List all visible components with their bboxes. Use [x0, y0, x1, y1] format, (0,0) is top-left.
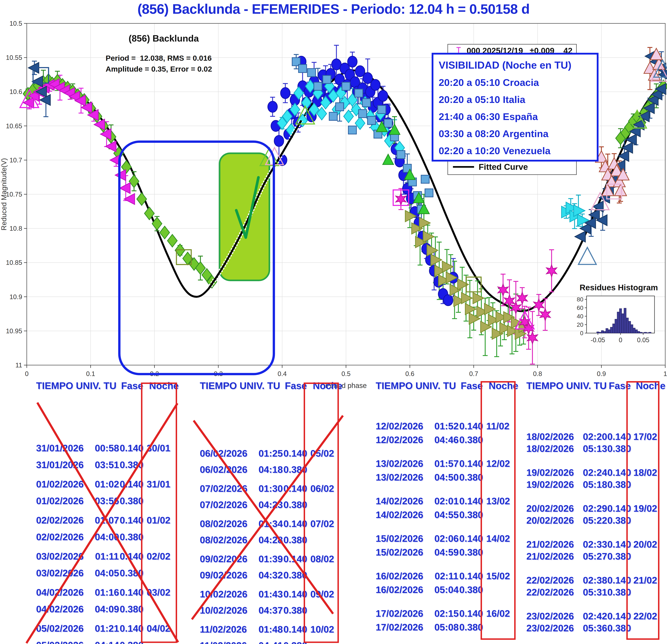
cell-date: 23/02/2026: [526, 623, 583, 633]
cell-date: 18/02/2026: [526, 431, 583, 442]
cell-noche: [629, 479, 664, 490]
cell-date: 05/02/2026: [36, 623, 94, 634]
table-row: 09/02/202601:390.14008/02: [200, 554, 344, 564]
cell-fase: 0.140: [283, 624, 305, 635]
col-header-noche: Noche: [630, 380, 665, 391]
cell-date: 01/02/2026: [36, 495, 94, 506]
cell-fase: 0.380: [607, 623, 629, 633]
cell-time: 04:50: [434, 472, 459, 483]
cell-noche: [142, 531, 181, 542]
col-header-noche: Noche: [307, 380, 342, 391]
cell-noche: 21/02: [629, 575, 664, 585]
cell-time: 05:22: [583, 515, 607, 526]
cell-fase: 0.140: [459, 608, 481, 619]
table-row: 07/02/202601:300.14006/02: [200, 483, 344, 494]
cell-noche: 02/02: [142, 551, 181, 562]
cell-date: 23/02/2026: [526, 611, 583, 622]
cell-date: 04/02/2026: [36, 604, 94, 614]
cell-fase: 0.380: [607, 551, 629, 562]
cell-fase: 0.140: [607, 431, 629, 442]
cell-fase: 0.140: [283, 448, 305, 459]
cell-fase: 0.380: [283, 464, 305, 475]
cell-fase: 0.140: [607, 467, 629, 478]
cell-noche: 13/02: [481, 495, 520, 507]
cell-date: 10/02/2026: [200, 589, 258, 599]
cell-time: 04:37: [258, 605, 283, 616]
table-row: 22/02/202602:380.14021/02: [526, 575, 664, 585]
cell-noche: [305, 499, 344, 510]
col-header-fase: Fase: [461, 380, 483, 391]
cell-date: 12/02/2026: [376, 420, 434, 431]
cell-time: 02:11: [434, 571, 459, 581]
cell-time: 04:14: [94, 640, 120, 644]
table-row: 21/02/202605:270.380: [526, 551, 664, 562]
col-header-fase: Fase: [609, 380, 630, 391]
cell-date: 17/02/2026: [376, 608, 434, 619]
cell-fase: 0.380: [459, 584, 481, 595]
cell-time: 01:25: [258, 448, 283, 459]
cell-fase: 0.140: [607, 539, 629, 550]
cell-date: 16/02/2026: [376, 571, 434, 581]
table-row: 20/02/202605:220.380: [526, 515, 664, 526]
cell-fase: 0.380: [283, 605, 305, 616]
cell-date: 04/02/2026: [36, 587, 94, 598]
cell-date: 02/02/2026: [36, 515, 94, 526]
cell-time: 01:43: [258, 589, 283, 599]
cell-date: 10/02/2026: [200, 605, 258, 616]
cell-fase: 0.140: [459, 495, 481, 507]
cell-date: 07/02/2026: [200, 483, 258, 494]
cell-fase: 0.380: [607, 479, 629, 490]
cell-fase: 0.140: [459, 571, 481, 581]
cell-noche: 05/02: [305, 448, 344, 459]
table-row: 03/02/202601:110.14002/02: [36, 551, 181, 562]
cell-noche: [481, 434, 520, 445]
table-row: 31/01/202600:580.14030/01: [36, 443, 181, 453]
cell-noche: [142, 604, 181, 614]
cell-time: 01:21: [94, 623, 120, 634]
cell-noche: 09/02: [305, 589, 344, 599]
table-row: 13/02/202604:500.380: [376, 472, 520, 483]
col-header-noche: Noche: [483, 380, 518, 391]
cell-fase: 0.380: [459, 622, 481, 632]
cell-noche: 03/02: [142, 587, 181, 598]
cell-time: 02:24: [583, 467, 607, 478]
cell-date: 08/02/2026: [200, 518, 258, 529]
table-row: 09/02/202604:320.380: [200, 569, 344, 580]
cell-time: 05:27: [583, 551, 607, 562]
table-2-header: TIEMPO UNIV. TUFaseNoche: [200, 380, 342, 391]
cell-fase: 0.380: [459, 547, 481, 558]
table-row: 10/02/202601:430.14009/02: [200, 589, 344, 599]
table-row: 19/02/202602:240.14018/02: [526, 467, 664, 478]
cell-fase: 0.140: [283, 483, 305, 494]
cell-noche: [629, 443, 664, 454]
cell-time: 04:55: [434, 509, 459, 520]
table-row: 14/02/202602:010.14013/02: [376, 495, 520, 507]
cell-date: 08/02/2026: [200, 534, 258, 545]
cell-noche: [305, 569, 344, 580]
cell-date: 31/01/2026: [36, 459, 94, 470]
table-row: 04/02/202604:090.380: [36, 604, 181, 614]
cell-date: 19/02/2026: [526, 467, 583, 478]
cell-fase: 0.140: [283, 589, 305, 599]
cell-date: 19/02/2026: [526, 479, 583, 490]
col-header-tiempo: TIEMPO UNIV. TU: [36, 380, 121, 391]
cell-fase: 0.380: [120, 459, 142, 470]
cell-time: 01:48: [258, 624, 283, 635]
table-row: 18/02/202602:200.14017/02: [526, 431, 664, 442]
cell-noche: 08/02: [305, 554, 344, 564]
cell-noche: [481, 472, 520, 483]
cell-date: 09/02/2026: [200, 569, 258, 580]
table-row: 19/02/202605:180.380: [526, 479, 664, 490]
cell-time: 01:34: [258, 518, 283, 529]
cell-noche: 14/02: [481, 533, 520, 544]
cell-date: 22/02/2026: [526, 587, 583, 597]
table-row: 11/02/202604:410.380: [200, 640, 344, 644]
cell-noche: 15/02: [481, 571, 520, 581]
cell-noche: [305, 605, 344, 616]
cell-fase: 0.380: [459, 472, 481, 483]
cell-date: 02/02/2026: [36, 531, 94, 542]
cell-time: 01:57: [434, 458, 459, 469]
cell-fase: 0.140: [459, 458, 481, 469]
cell-date: 05/02/2026: [36, 640, 94, 644]
cell-fase: 0.140: [120, 515, 142, 526]
